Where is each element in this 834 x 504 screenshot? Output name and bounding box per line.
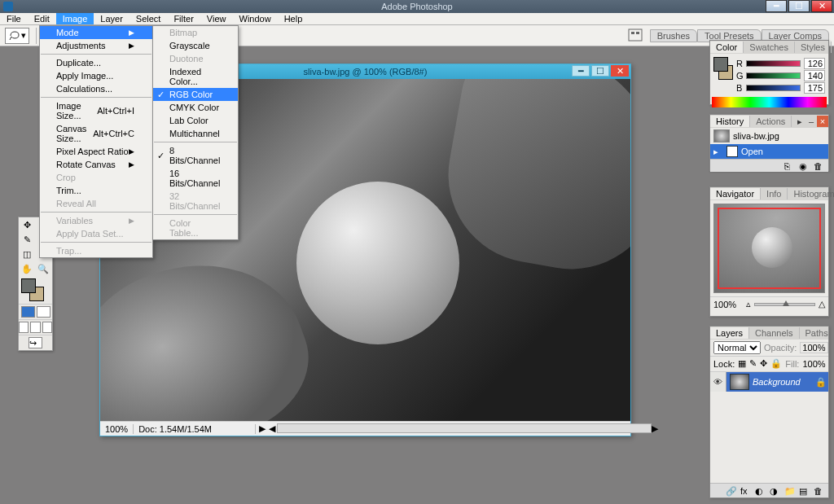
- fg-swatch[interactable]: [713, 57, 728, 72]
- menu-select[interactable]: Select: [129, 13, 168, 24]
- menu-item-rotate-canvas[interactable]: Rotate Canvas▶: [40, 158, 152, 171]
- tab-layers[interactable]: Layers: [710, 327, 749, 339]
- history-state[interactable]: ▸ Open: [710, 144, 828, 159]
- navigator-zoom-field[interactable]: 100%: [713, 300, 743, 309]
- menu-item-lab-color[interactable]: Lab Color: [153, 114, 238, 127]
- tab-color[interactable]: Color: [710, 42, 744, 53]
- menu-item-duplicate[interactable]: Duplicate...: [40, 56, 152, 69]
- panel-close-button[interactable]: ×: [817, 116, 828, 127]
- menu-filter[interactable]: Filter: [167, 13, 200, 24]
- blend-mode-select[interactable]: Normal: [713, 341, 761, 354]
- layer-style-button[interactable]: fx: [740, 486, 752, 496]
- tab-info[interactable]: Info: [761, 188, 788, 199]
- menu-item-8-bits/channel[interactable]: ✓8 Bits/Channel: [153, 144, 238, 167]
- menu-image[interactable]: Image: [56, 13, 94, 24]
- menu-item-calculations[interactable]: Calculations...: [40, 82, 152, 95]
- move-tool[interactable]: ✥: [19, 217, 35, 232]
- history-snapshot[interactable]: sliva-bw.jpg: [710, 128, 828, 144]
- menu-item-indexed-color[interactable]: Indexed Color...: [153, 65, 238, 88]
- menu-item-trim[interactable]: Trim...: [40, 184, 152, 197]
- tab-channels[interactable]: Channels: [749, 327, 799, 339]
- menu-item-adjustments[interactable]: Adjustments▶: [40, 39, 152, 52]
- menu-item-image-size[interactable]: Image Size...Alt+Ctrl+I: [40, 99, 152, 122]
- tab-histogram[interactable]: Histogram: [788, 188, 834, 199]
- opacity-field[interactable]: 100%: [800, 342, 827, 353]
- new-layer-button[interactable]: ▤: [799, 486, 810, 496]
- menu-item-cmyk-color[interactable]: CMYK Color: [153, 101, 238, 114]
- status-menu-button[interactable]: ▶: [256, 423, 269, 434]
- docsize-label[interactable]: Doc: 1.54M/1.54M: [134, 424, 256, 434]
- zoom-out-icon[interactable]: ▵: [746, 299, 751, 309]
- new-doc-from-state-button[interactable]: ⎘: [784, 161, 796, 171]
- panel-menu-button[interactable]: ▸: [794, 116, 805, 127]
- layer-row[interactable]: 👁 Background 🔒: [710, 372, 828, 392]
- navigator-viewbox[interactable]: [718, 208, 821, 289]
- lock-position-icon[interactable]: ✥: [760, 358, 767, 370]
- minimize-button[interactable]: ━: [766, 0, 787, 12]
- menu-item-mode[interactable]: Mode▶: [40, 26, 152, 39]
- menu-item-rgb-color[interactable]: ✓RGB Color: [153, 88, 238, 101]
- menu-layer[interactable]: Layer: [94, 13, 129, 24]
- options-tab-brushes[interactable]: Brushes: [650, 29, 697, 42]
- delete-layer-button[interactable]: 🗑: [814, 486, 825, 496]
- menu-item-canvas-size[interactable]: Canvas Size...Alt+Ctrl+C: [40, 122, 152, 145]
- tab-actions[interactable]: Actions: [750, 116, 792, 127]
- adjustment-layer-button[interactable]: ◑: [770, 486, 781, 496]
- jump-to-imageready-button[interactable]: ↪: [29, 337, 42, 348]
- menu-view[interactable]: View: [200, 13, 233, 24]
- menu-file[interactable]: File: [0, 13, 28, 24]
- zoom-field[interactable]: 100%: [100, 424, 134, 434]
- tab-styles[interactable]: Styles: [795, 42, 832, 53]
- tool-preset-picker[interactable]: ▾: [5, 28, 29, 44]
- link-layers-button[interactable]: 🔗: [726, 486, 737, 496]
- screen-full-button[interactable]: [42, 322, 52, 333]
- lock-all-icon[interactable]: 🔒: [770, 358, 782, 370]
- tab-paths[interactable]: Paths: [800, 327, 834, 339]
- menu-item-apply-image[interactable]: Apply Image...: [40, 69, 152, 82]
- screen-standard-button[interactable]: [19, 322, 29, 333]
- layer-mask-button[interactable]: ◐: [755, 486, 766, 496]
- navigator-preview[interactable]: [713, 204, 825, 293]
- doc-close-button[interactable]: ✕: [611, 65, 629, 77]
- crop-tool[interactable]: ◫: [19, 247, 35, 261]
- tab-navigator[interactable]: Navigator: [710, 188, 761, 199]
- zoom-tool[interactable]: 🔍: [35, 261, 51, 276]
- doc-maximize-button[interactable]: ☐: [591, 65, 609, 77]
- g-slider[interactable]: [746, 72, 801, 79]
- color-swatches[interactable]: [21, 278, 50, 301]
- hand-tool[interactable]: ✋: [19, 261, 35, 276]
- lock-transparent-icon[interactable]: ▦: [738, 358, 746, 370]
- g-value[interactable]: 140: [804, 70, 825, 81]
- menu-item-grayscale[interactable]: Grayscale: [153, 39, 238, 52]
- menu-item-pixel-aspect-ratio[interactable]: Pixel Aspect Ratio▶: [40, 145, 152, 158]
- tab-history[interactable]: History: [710, 116, 750, 127]
- r-slider[interactable]: [746, 60, 801, 67]
- close-button[interactable]: ✕: [811, 0, 832, 12]
- restore-button[interactable]: ☐: [788, 0, 810, 12]
- new-snapshot-button[interactable]: ◉: [799, 161, 810, 171]
- menu-item-multichannel[interactable]: Multichannel: [153, 127, 238, 140]
- screen-full-menubar-button[interactable]: [30, 322, 40, 333]
- r-value[interactable]: 126: [804, 58, 825, 69]
- menu-window[interactable]: Window: [233, 13, 278, 24]
- menu-edit[interactable]: Edit: [28, 13, 56, 24]
- lock-image-icon[interactable]: ✎: [749, 358, 757, 370]
- foreground-color-swatch[interactable]: [21, 278, 36, 293]
- horizontal-scrollbar[interactable]: ◀▶: [269, 423, 658, 434]
- eyedropper-tool[interactable]: ✎: [19, 232, 35, 247]
- trash-button[interactable]: 🗑: [814, 161, 825, 171]
- b-value[interactable]: 175: [804, 82, 825, 94]
- zoom-slider[interactable]: [754, 303, 815, 306]
- standard-mode-button[interactable]: [21, 306, 35, 318]
- visibility-toggle[interactable]: 👁: [710, 372, 726, 392]
- menu-item-16-bits/channel[interactable]: 16 Bits/Channel: [153, 167, 238, 190]
- fill-field[interactable]: 100%: [802, 359, 825, 369]
- menu-help[interactable]: Help: [278, 13, 309, 24]
- group-button[interactable]: 📁: [784, 486, 796, 496]
- tab-swatches[interactable]: Swatches: [744, 42, 795, 53]
- color-spectrum[interactable]: [712, 97, 827, 107]
- doc-minimize-button[interactable]: ━: [572, 65, 590, 77]
- b-slider[interactable]: [746, 85, 801, 91]
- panel-minimize-button[interactable]: –: [805, 116, 817, 127]
- palette-well-icon[interactable]: [627, 28, 645, 44]
